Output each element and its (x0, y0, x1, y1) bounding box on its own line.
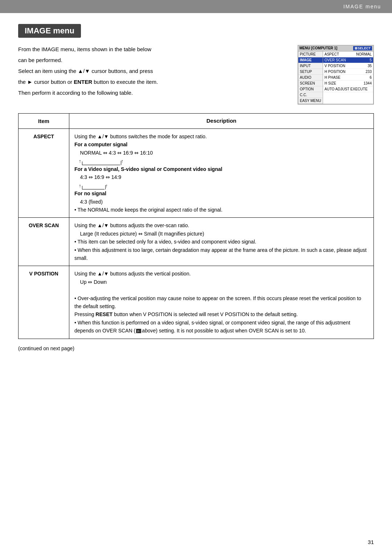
menu-right-vpos: V POSITION35 (323, 63, 373, 69)
aspect-computer-signal-label: For a computer signal (74, 142, 127, 147)
header-title: IMAGE menu (343, 4, 381, 9)
aspect-normal-note: • The NORMAL mode keeps the original asp… (74, 207, 222, 213)
menu-left-item-image: IMAGE (298, 57, 323, 63)
menu-left-item-setup: SETUP (298, 69, 323, 75)
menu-screenshot-body: PICTURE IMAGE INPUT SETUP AUDIO SCREEN O… (298, 51, 373, 104)
page-heading: IMAGE menu (18, 24, 81, 38)
loop-arrow-2: ↑ ↑ (79, 182, 108, 190)
menu-header-left: MENU [COMPUTER 1] (299, 46, 337, 50)
page-content: IMAGE menu From the IMAGE menu, items sh… (0, 13, 392, 362)
menu-left-item-input: INPUT (298, 63, 323, 69)
aspect-nosignal-desc: 4:3 (fixed) (74, 199, 103, 205)
overscan-line2: Large (It reduces picture) ⇔ Small (It m… (74, 231, 204, 237)
menu-right-autoadjust: AUTO ADJUST EXECUTE (323, 86, 373, 92)
aspect-video-sequence: 4:3 ⇔ 16:9 ⇔ 14:9 (74, 174, 121, 180)
vpos-note2: • When this function is performed on a v… (74, 320, 350, 334)
menu-header-select: ⊠SELECT (353, 46, 372, 50)
overscan-note1: • This item can be selected only for a v… (74, 239, 256, 245)
main-table: Item Description ASPECT Using the ▲/▼ bu… (18, 113, 374, 339)
menu-right-overscan: OVER SCAN5 (323, 57, 373, 63)
aspect-normal-sequence: NORMAL ⇔ 4:3 ⇔ 16:9 ⇔ 16:10 (74, 150, 153, 156)
aspect-nosignal-label: For no signal (74, 191, 106, 196)
intro-line3: Select an item using the ▲/▼ cursor butt… (18, 67, 287, 75)
menu-right-aspect: ASPECTNORMAL (323, 52, 373, 57)
menu-left-item: PICTURE (298, 52, 323, 57)
vpos-line2: Up ⇔ Down (74, 279, 107, 285)
header-bar: IMAGE menu (0, 0, 392, 13)
intro-line2: can be performed. (18, 56, 287, 65)
intro-text: From the IMAGE menu, items shown in the … (18, 45, 287, 99)
table-row-vposition: V POSITION Using the ▲/▼ buttons adjusts… (19, 266, 374, 339)
menu-left-item-easy: EASY MENU (298, 98, 323, 104)
table-row-aspect: ASPECT Using the ▲/▼ buttons switches th… (19, 128, 374, 218)
loop-arrow-1: ↑ ↑ (79, 158, 123, 165)
continued-note: (continued on next page) (18, 346, 374, 351)
vpos-line1: Using the ▲/▼ buttons adjusts the vertic… (74, 271, 191, 277)
intro-section: From the IMAGE menu, items shown in the … (18, 45, 374, 105)
menu-screenshot-header: MENU [COMPUTER 1] ⊠SELECT (298, 45, 373, 51)
intro-line5: Then perform it according to the followi… (18, 89, 287, 97)
aspect-video-signal-label: For a Video signal, S-video signal or Co… (74, 166, 222, 172)
aspect-desc-line1: Using the ▲/▼ buttons switches the mode … (74, 134, 207, 139)
menu-right-hphase: H PHASE6 (323, 75, 373, 81)
menu-left-item-screen: SCREEN (298, 81, 323, 86)
ref-icon: p. (136, 329, 141, 333)
overscan-line1: Using the ▲/▼ buttons adjusts the over-s… (74, 222, 189, 228)
col-desc-header: Description (69, 114, 374, 129)
vposition-desc: Using the ▲/▼ buttons adjusts the vertic… (69, 266, 374, 339)
menu-right-hpos: H POSITION233 (323, 69, 373, 75)
page-number: 31 (368, 539, 374, 545)
intro-line4: the ► cursor button or ENTER button to e… (18, 78, 287, 86)
menu-left-item-option: OPTION (298, 86, 323, 92)
menu-left-col: PICTURE IMAGE INPUT SETUP AUDIO SCREEN O… (298, 52, 323, 104)
vpos-note1: • Over-adjusting the vertical position m… (74, 295, 361, 309)
vposition-item: V POSITION (19, 266, 69, 339)
col-item-header: Item (19, 114, 69, 129)
aspect-desc: Using the ▲/▼ buttons switches the mode … (69, 128, 374, 218)
menu-right-hsize: H SIZE1344 (323, 81, 373, 86)
table-row-overscan: OVER SCAN Using the ▲/▼ buttons adjusts … (19, 218, 374, 266)
menu-right-col: ASPECTNORMAL OVER SCAN5 V POSITION35 H P… (323, 52, 373, 104)
overscan-note2: • When this adjustment is too large, cer… (74, 247, 367, 261)
aspect-item: ASPECT (19, 128, 69, 218)
intro-line1: From the IMAGE menu, items shown in the … (18, 45, 287, 54)
menu-left-item-cc: C.C. (298, 92, 323, 98)
vpos-line3: Pressing RESET button when V POSITION is… (74, 311, 298, 317)
menu-left-item-audio: AUDIO (298, 75, 323, 81)
menu-screenshot: MENU [COMPUTER 1] ⊠SELECT PICTURE IMAGE … (298, 45, 374, 105)
overscan-desc: Using the ▲/▼ buttons adjusts the over-s… (69, 218, 374, 266)
overscan-item: OVER SCAN (19, 218, 69, 266)
